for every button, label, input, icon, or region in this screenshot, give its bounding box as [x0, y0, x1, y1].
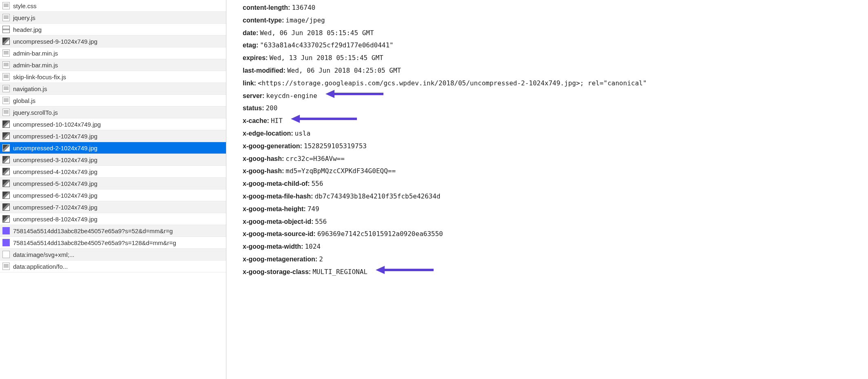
header-row: x-goog-meta-height:749: [243, 203, 852, 216]
script-file-icon: [2, 14, 10, 21]
request-row[interactable]: header.jpg: [0, 24, 226, 36]
network-requests-panel[interactable]: style.cssjquery.jsheader.jpguncompressed…: [0, 0, 226, 379]
svg-file-icon: [2, 239, 10, 246]
header-key: x-edge-location:: [243, 130, 293, 137]
request-row[interactable]: jquery.scrollTo.js: [0, 107, 226, 118]
annotation-arrow-icon: [326, 90, 383, 98]
image-file-icon: [2, 144, 10, 152]
header-value: 556: [315, 218, 327, 225]
header-value: md5=YzqBpMQzcCXPKdF34G0EQQ==: [286, 167, 396, 175]
header-row: expires:Wed, 13 Jun 2018 05:15:45 GMT: [243, 52, 852, 65]
request-row[interactable]: navigation.js: [0, 83, 226, 95]
image-file-icon: [2, 180, 10, 187]
request-row[interactable]: uncompressed-9-1024x749.jpg: [0, 36, 226, 47]
header-row: x-goog-meta-source-id:696369e7142c510159…: [243, 228, 852, 241]
header-row: content-length:136740: [243, 2, 852, 14]
header-row: x-goog-storage-class:MULTI_REGIONAL: [243, 266, 852, 279]
header-key: content-type:: [243, 17, 284, 24]
request-name: uncompressed-10-1024x749.jpg: [13, 121, 101, 128]
script-file-icon: [2, 97, 10, 104]
header-value: db7c743493b18e4210f35fcb5e42634d: [314, 192, 440, 200]
header-value: <https://storage.googleapis.com/gcs.wpde…: [258, 79, 647, 87]
request-row[interactable]: jquery.js: [0, 12, 226, 24]
header-value: "633a81a4c4337025cf29d177e06d0441": [260, 41, 394, 49]
script-file-icon: [2, 49, 10, 57]
request-row[interactable]: uncompressed-7-1024x749.jpg: [0, 201, 226, 213]
font-file-icon: [2, 251, 10, 258]
headers-list: content-length:136740content-type:image/…: [243, 2, 852, 279]
request-name: header.jpg: [13, 26, 42, 33]
request-name: admin-bar.min.js: [13, 62, 58, 69]
header-value: usla: [295, 129, 311, 137]
request-name: uncompressed-4-1024x749.jpg: [13, 168, 97, 175]
request-row[interactable]: global.js: [0, 95, 226, 107]
header-key: x-goog-meta-source-id:: [243, 230, 316, 237]
request-name: jquery.scrollTo.js: [13, 109, 58, 116]
header-value: Wed, 06 Jun 2018 05:15:45 GMT: [260, 29, 374, 37]
image-file-icon: [2, 203, 10, 211]
header-key: x-goog-meta-object-id:: [243, 218, 313, 225]
header-row: x-goog-hash:crc32c=H36AVw==: [243, 153, 852, 165]
request-row[interactable]: uncompressed-3-1024x749.jpg: [0, 154, 226, 166]
request-name: jquery.js: [13, 14, 35, 21]
request-name: style.css: [13, 2, 37, 9]
header-value: 136740: [292, 4, 315, 11]
request-row[interactable]: uncompressed-4-1024x749.jpg: [0, 166, 226, 178]
request-name: admin-bar.min.js: [13, 50, 58, 57]
request-row[interactable]: data:image/svg+xml;...: [0, 249, 226, 261]
header-row: x-cache:HIT: [243, 115, 852, 127]
header-value: 1024: [305, 243, 321, 250]
header-key: x-goog-meta-child-of:: [243, 180, 310, 187]
header-key: status:: [243, 105, 264, 111]
request-name: skip-link-focus-fix.js: [13, 74, 66, 80]
image-file-icon: [2, 132, 10, 140]
request-row[interactable]: uncompressed-2-1024x749.jpg: [0, 142, 226, 154]
request-row[interactable]: style.css: [0, 0, 226, 12]
header-key: x-goog-metageneration:: [243, 256, 317, 263]
header-row: content-type:image/jpeg: [243, 14, 852, 27]
svg-file-icon: [2, 227, 10, 234]
header-value: image/jpeg: [286, 16, 325, 24]
request-row[interactable]: uncompressed-10-1024x749.jpg: [0, 118, 226, 130]
header-row: x-goog-hash:md5=YzqBpMQzcCXPKdF34G0EQQ==: [243, 165, 852, 178]
request-row[interactable]: uncompressed-5-1024x749.jpg: [0, 178, 226, 190]
header-row: server:keycdn-engine: [243, 90, 852, 103]
request-row[interactable]: admin-bar.min.js: [0, 47, 226, 59]
annotation-arrow-icon: [291, 115, 357, 123]
header-row: date:Wed, 06 Jun 2018 05:15:45 GMT: [243, 27, 852, 40]
request-row[interactable]: skip-link-focus-fix.js: [0, 71, 226, 83]
request-name: uncompressed-3-1024x749.jpg: [13, 156, 97, 163]
image-file-icon: [2, 120, 10, 128]
request-row[interactable]: uncompressed-1-1024x749.jpg: [0, 130, 226, 142]
request-row[interactable]: uncompressed-6-1024x749.jpg: [0, 190, 226, 201]
header-key: x-goog-generation:: [243, 143, 302, 149]
script-file-icon: [2, 109, 10, 116]
header-value: 749: [308, 205, 319, 213]
image-file-icon: [2, 215, 10, 223]
request-row[interactable]: uncompressed-8-1024x749.jpg: [0, 213, 226, 225]
image-file-icon: [2, 26, 10, 33]
request-name: uncompressed-8-1024x749.jpg: [13, 216, 97, 223]
script-file-icon: [2, 61, 10, 69]
request-row[interactable]: 758145a5514dd13abc82be45057e65a9?s=52&d=…: [0, 225, 226, 237]
header-key: date:: [243, 29, 258, 36]
script-file-icon: [2, 263, 10, 270]
script-file-icon: [2, 2, 10, 9]
header-value: MULTI_REGIONAL: [312, 268, 368, 276]
request-name: uncompressed-7-1024x749.jpg: [13, 204, 97, 211]
request-name: uncompressed-6-1024x749.jpg: [13, 192, 97, 199]
header-row: link:<https://storage.googleapis.com/gcs…: [243, 77, 852, 90]
header-value: 1528259105319753: [304, 142, 367, 150]
request-row[interactable]: data:application/fo...: [0, 261, 226, 272]
header-row: last-modified:Wed, 06 Jun 2018 04:25:05 …: [243, 65, 852, 77]
response-headers-panel: content-length:136740content-type:image/…: [226, 0, 868, 379]
header-value: 2: [319, 255, 323, 263]
header-value: 200: [266, 104, 277, 112]
request-row[interactable]: 758145a5514dd13abc82be45057e65a9?s=128&d…: [0, 237, 226, 249]
request-row[interactable]: admin-bar.min.js: [0, 59, 226, 71]
header-row: x-goog-meta-child-of:556: [243, 178, 852, 190]
header-value: keycdn-engine: [266, 92, 317, 100]
annotation-arrow-icon: [376, 266, 434, 274]
header-value: Wed, 06 Jun 2018 04:25:05 GMT: [287, 67, 401, 74]
request-name: 758145a5514dd13abc82be45057e65a9?s=52&d=…: [13, 227, 173, 234]
